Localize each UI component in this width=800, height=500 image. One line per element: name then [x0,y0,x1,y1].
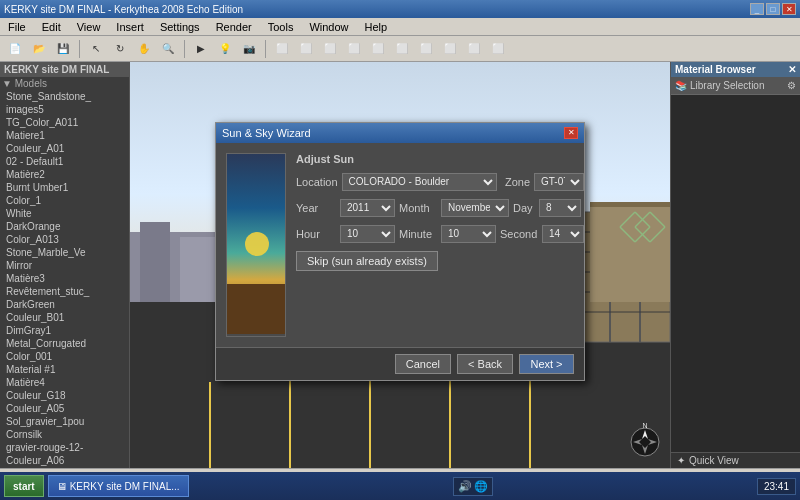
close-button[interactable]: ✕ [782,3,796,15]
day-select[interactable]: 8 [539,199,581,217]
zone-label: Zone [505,176,530,188]
hour-minute-second-row: Hour 10 Minute 10 Second 14 [296,225,584,243]
toolbar-sep-2 [184,40,185,58]
skip-button[interactable]: Skip (sun already exists) [296,251,438,271]
hour-select[interactable]: 10 [340,225,395,243]
menu-help[interactable]: Help [361,21,392,33]
year-month-day-row: Year 2011 Month November Day 8 [296,199,584,217]
toolbar-sep-1 [79,40,80,58]
next-button[interactable]: Next > [519,354,574,374]
minute-select[interactable]: 10 [441,225,496,243]
taskbar-tray: 🔊 🌐 [453,477,493,496]
month-label: Month [399,202,437,214]
toolbar-btn-extra7[interactable]: ⬜ [415,38,437,60]
toolbar-btn-extra4[interactable]: ⬜ [343,38,365,60]
menu-render[interactable]: Render [212,21,256,33]
quick-view-label: Quick View [689,455,739,466]
toolbar-btn-extra1[interactable]: ⬜ [271,38,293,60]
dialog-form: Adjust Sun Location COLORADO - Boulder Z… [296,153,584,337]
network-icon: 🌐 [474,480,488,493]
tree-item[interactable]: gravier-rouge-12- [0,441,129,454]
toolbar-sep-3 [265,40,266,58]
toolbar-open[interactable]: 📂 [28,38,50,60]
dialog-overlay: Sun & Sky Wizard ✕ [0,62,800,440]
start-button[interactable]: start [4,475,44,497]
location-row: Location COLORADO - Boulder Zone GT-07 [296,173,584,191]
dialog-content: Adjust Sun Location COLORADO - Boulder Z… [216,143,584,347]
quick-view: ✦ Quick View [671,452,800,468]
month-select[interactable]: November [441,199,509,217]
main-layout: KERKY site DM FINAL ▼ Models Stone_Sands… [0,62,800,468]
toolbar-zoom[interactable]: 🔍 [157,38,179,60]
back-button[interactable]: < Back [457,354,513,374]
tree-item[interactable]: TG_Translucent_C [0,467,129,468]
menu-bar: File Edit View Insert Settings Render To… [0,18,800,36]
svg-rect-45 [227,284,286,334]
dialog-title-bar: Sun & Sky Wizard ✕ [216,123,584,143]
compass-small-icon: ✦ [677,455,685,466]
toolbar-new[interactable]: 📄 [4,38,26,60]
toolbar-btn-extra5[interactable]: ⬜ [367,38,389,60]
taskbar-app-label: KERKY site DM FINAL... [70,481,180,492]
toolbar: 📄 📂 💾 ↖ ↻ ✋ 🔍 ▶ 💡 📷 ⬜ ⬜ ⬜ ⬜ ⬜ ⬜ ⬜ ⬜ ⬜ ⬜ [0,36,800,62]
location-label: Location [296,176,338,188]
title-bar: KERKY site DM FINAL - Kerkythea 2008 Ech… [0,0,800,18]
clock-time: 23:41 [764,481,789,492]
taskbar: start 🖥 KERKY site DM FINAL... 🔊 🌐 23:41 [0,472,800,500]
skip-row: Skip (sun already exists) [296,251,584,271]
toolbar-render[interactable]: ▶ [190,38,212,60]
zone-select[interactable]: GT-07 [534,173,584,191]
volume-icon[interactable]: 🔊 [458,480,472,493]
menu-view[interactable]: View [73,21,105,33]
toolbar-select[interactable]: ↖ [85,38,107,60]
sun-sky-dialog: Sun & Sky Wizard ✕ [215,122,585,381]
cancel-button[interactable]: Cancel [395,354,451,374]
year-label: Year [296,202,336,214]
menu-settings[interactable]: Settings [156,21,204,33]
menu-edit[interactable]: Edit [38,21,65,33]
toolbar-btn-extra8[interactable]: ⬜ [439,38,461,60]
svg-point-44 [245,232,269,256]
dialog-title: Sun & Sky Wizard [222,127,311,139]
toolbar-pan[interactable]: ✋ [133,38,155,60]
dialog-section-title: Adjust Sun [296,153,584,165]
toolbar-save[interactable]: 💾 [52,38,74,60]
toolbar-btn-extra2[interactable]: ⬜ [295,38,317,60]
toolbar-rotate[interactable]: ↻ [109,38,131,60]
second-label: Second [500,228,538,240]
maximize-button[interactable]: □ [766,3,780,15]
tree-item[interactable]: Couleur_A06 [0,454,129,467]
menu-file[interactable]: File [4,21,30,33]
sky-canvas-svg [227,154,286,334]
taskbar-clock: 23:41 [757,478,796,495]
second-select[interactable]: 14 [542,225,584,243]
menu-insert[interactable]: Insert [112,21,148,33]
toolbar-btn-extra9[interactable]: ⬜ [463,38,485,60]
dialog-close-button[interactable]: ✕ [564,127,578,139]
toolbar-camera[interactable]: 📷 [238,38,260,60]
title-text: KERKY site DM FINAL - Kerkythea 2008 Ech… [4,4,243,15]
taskbar-app-button[interactable]: 🖥 KERKY site DM FINAL... [48,475,189,497]
toolbar-light[interactable]: 💡 [214,38,236,60]
minute-label: Minute [399,228,437,240]
toolbar-btn-extra6[interactable]: ⬜ [391,38,413,60]
menu-window[interactable]: Window [305,21,352,33]
title-bar-buttons: _ □ ✕ [750,3,796,15]
dialog-actions: Cancel < Back Next > [216,347,584,380]
day-label: Day [513,202,535,214]
menu-tools[interactable]: Tools [264,21,298,33]
toolbar-btn-extra3[interactable]: ⬜ [319,38,341,60]
hour-label: Hour [296,228,336,240]
year-select[interactable]: 2011 [340,199,395,217]
toolbar-btn-extra10[interactable]: ⬜ [487,38,509,60]
location-select[interactable]: COLORADO - Boulder [342,173,497,191]
minimize-button[interactable]: _ [750,3,764,15]
sky-preview [226,153,286,337]
taskbar-app-icon: 🖥 [57,481,67,492]
